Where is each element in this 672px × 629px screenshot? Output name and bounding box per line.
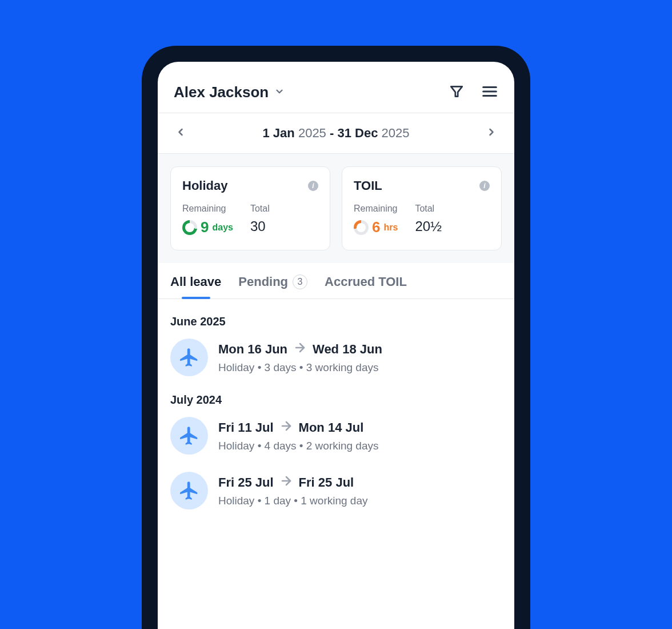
card-header: TOIL i xyxy=(354,178,490,193)
tab-label: Pending xyxy=(238,274,288,289)
tab-accrued-toil[interactable]: Accrued TOIL xyxy=(325,274,407,298)
leave-details: Mon 16 Jun Wed 18 Jun Holiday • 3 days •… xyxy=(218,339,382,376)
toil-card[interactable]: TOIL i Remaining 6 hrs Total 20½ xyxy=(342,166,502,250)
filter-icon xyxy=(449,84,464,101)
card-title: Holiday xyxy=(182,178,227,193)
date-from: Mon 16 Jun xyxy=(218,342,287,357)
info-icon[interactable]: i xyxy=(308,181,318,191)
progress-ring-icon xyxy=(182,220,197,235)
leave-list: June 2025 Mon 16 Jun Wed 18 Jun xyxy=(158,299,514,543)
arrow-right-icon xyxy=(279,474,293,491)
phone-frame: Alex Jackson xyxy=(142,46,530,629)
filter-button[interactable] xyxy=(448,84,465,101)
total-stat: Total 30 xyxy=(250,204,270,236)
balance-cards: Holiday i Remaining 9 days Total 3 xyxy=(158,154,514,263)
month-header: June 2025 xyxy=(170,315,502,328)
leave-item[interactable]: Mon 16 Jun Wed 18 Jun Holiday • 3 days •… xyxy=(170,339,502,376)
leave-details: Fri 11 Jul Mon 14 Jul Holiday • 4 days •… xyxy=(218,417,379,455)
stat-label: Remaining xyxy=(182,204,233,214)
date-from: Fri 25 Jul xyxy=(218,475,274,490)
tab-label: Accrued TOIL xyxy=(325,274,407,289)
leave-dates: Fri 25 Jul Fri 25 Jul xyxy=(218,474,368,491)
card-body: Remaining 9 days Total 30 xyxy=(182,204,318,236)
leave-dates: Mon 16 Jun Wed 18 Jun xyxy=(218,341,382,358)
date-to: Mon 14 Jul xyxy=(299,420,364,435)
prev-period-button[interactable] xyxy=(174,126,187,140)
tab-label: All leave xyxy=(170,274,221,289)
leave-details: Fri 25 Jul Fri 25 Jul Holiday • 1 day • … xyxy=(218,472,368,509)
card-header: Holiday i xyxy=(182,178,318,193)
arrow-right-icon xyxy=(293,341,307,358)
remaining-number: 9 xyxy=(201,218,209,236)
end-year: 2025 xyxy=(382,126,410,140)
tab-pending[interactable]: Pending 3 xyxy=(238,274,307,298)
progress-ring-icon xyxy=(354,220,369,235)
remaining-stat: Remaining 6 hrs xyxy=(354,204,398,236)
remaining-stat: Remaining 9 days xyxy=(182,204,233,236)
month-section: July 2024 Fri 11 Jul Mon 14 Jul xyxy=(170,393,502,509)
end-day: 31 Dec xyxy=(337,126,378,140)
plane-icon xyxy=(170,472,208,509)
app-screen: Alex Jackson xyxy=(158,62,514,629)
date-navigator: 1 Jan 2025 - 31 Dec 2025 xyxy=(158,113,514,154)
total-stat: Total 20½ xyxy=(415,204,442,236)
header-actions xyxy=(448,84,498,101)
date-range: 1 Jan 2025 - 31 Dec 2025 xyxy=(263,126,410,141)
card-body: Remaining 6 hrs Total 20½ xyxy=(354,204,490,236)
tabs: All leave Pending 3 Accrued TOIL xyxy=(158,263,514,299)
stat-value: 6 hrs xyxy=(354,218,398,236)
leave-meta: Holiday • 4 days • 2 working days xyxy=(218,440,379,452)
svg-marker-0 xyxy=(451,86,462,96)
user-selector[interactable]: Alex Jackson xyxy=(174,83,285,101)
date-from: Fri 11 Jul xyxy=(218,420,274,435)
date-to: Wed 18 Jun xyxy=(313,342,382,357)
arrow-right-icon xyxy=(279,419,293,436)
stat-label: Total xyxy=(415,204,442,214)
month-section: June 2025 Mon 16 Jun Wed 18 Jun xyxy=(170,315,502,376)
chevron-left-icon xyxy=(175,126,186,140)
menu-icon xyxy=(481,83,498,102)
menu-button[interactable] xyxy=(481,84,498,101)
holiday-card[interactable]: Holiday i Remaining 9 days Total 3 xyxy=(170,166,330,250)
stat-value: 9 days xyxy=(182,218,233,236)
header: Alex Jackson xyxy=(158,62,514,113)
next-period-button[interactable] xyxy=(485,126,498,140)
stat-label: Remaining xyxy=(354,204,398,214)
remaining-unit: days xyxy=(212,222,233,233)
leave-item[interactable]: Fri 11 Jul Mon 14 Jul Holiday • 4 days •… xyxy=(170,417,502,455)
tab-all-leave[interactable]: All leave xyxy=(170,274,221,298)
stat-label: Total xyxy=(250,204,270,214)
info-icon[interactable]: i xyxy=(479,181,490,191)
start-day: 1 Jan xyxy=(263,126,295,140)
leave-meta: Holiday • 3 days • 3 working days xyxy=(218,361,382,374)
leave-dates: Fri 11 Jul Mon 14 Jul xyxy=(218,419,379,436)
total-number: 30 xyxy=(250,218,270,234)
user-name: Alex Jackson xyxy=(174,83,269,101)
chevron-down-icon xyxy=(274,86,285,99)
leave-item[interactable]: Fri 25 Jul Fri 25 Jul Holiday • 1 day • … xyxy=(170,472,502,509)
plane-icon xyxy=(170,339,208,376)
date-to: Fri 25 Jul xyxy=(299,475,354,490)
remaining-number: 6 xyxy=(372,218,380,236)
chevron-right-icon xyxy=(486,126,497,140)
start-year: 2025 xyxy=(298,126,326,140)
plane-icon xyxy=(170,417,208,455)
remaining-unit: hrs xyxy=(383,222,398,233)
month-header: July 2024 xyxy=(170,393,502,407)
pending-count-badge: 3 xyxy=(293,274,307,289)
card-title: TOIL xyxy=(354,178,382,193)
leave-meta: Holiday • 1 day • 1 working day xyxy=(218,495,368,507)
total-number: 20½ xyxy=(415,218,442,234)
